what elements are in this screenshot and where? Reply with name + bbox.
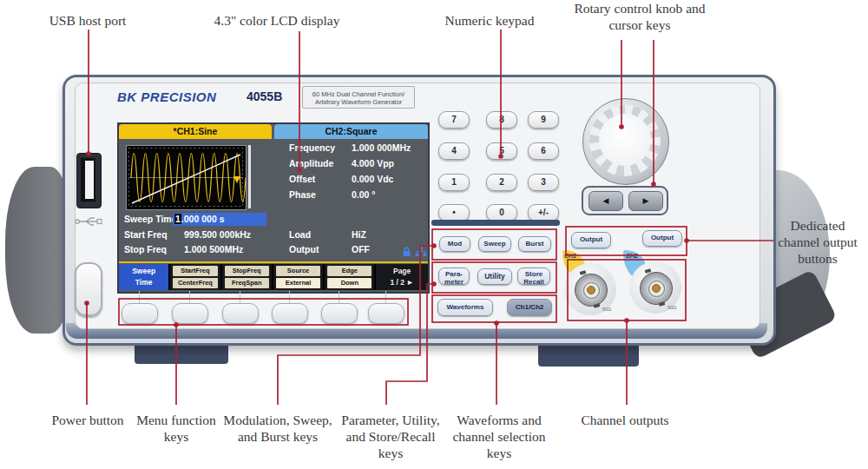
param-label: Amplitude bbox=[289, 158, 333, 168]
callout-dedicated-output: Dedicated channel output buttons bbox=[769, 217, 866, 267]
key-0[interactable]: 0 bbox=[486, 204, 517, 221]
burst-button[interactable]: Burst bbox=[518, 236, 551, 252]
menu-function-key-3[interactable] bbox=[222, 303, 259, 324]
store-recall-line2: Recall bbox=[518, 278, 549, 286]
network-icon bbox=[415, 246, 427, 257]
model-description-line1: 60 MHz Dual Channel Function/ bbox=[303, 90, 414, 98]
cursor-left-button[interactable]: ◀ bbox=[589, 191, 623, 211]
usb-port-tongue bbox=[85, 161, 94, 199]
param-value: 0.000 Vdc bbox=[352, 174, 393, 184]
sweep-time-rest: .000 000 s bbox=[181, 214, 225, 224]
mod-button[interactable]: Mod bbox=[439, 236, 470, 252]
start-freq-value: 999.500 000kHz bbox=[184, 229, 251, 240]
output-value: OFF bbox=[352, 244, 370, 254]
lock-icon bbox=[401, 246, 412, 257]
function-panel-ridge bbox=[431, 220, 560, 226]
callout-menu-keys: Menu function keys bbox=[127, 412, 226, 445]
softkey-bottom: 1 / 2 ► bbox=[376, 277, 427, 288]
softkey-bottom: Time bbox=[119, 277, 168, 288]
brand-logo: BK PRECISION bbox=[117, 89, 216, 104]
model-number: 4055B bbox=[247, 89, 282, 103]
softkey-sweep-time: Sweep Time bbox=[119, 264, 170, 290]
sweep-button[interactable]: Sweep bbox=[478, 236, 511, 252]
softkey-top: StopFreq bbox=[225, 266, 269, 276]
model-description-line2: Arbitrary Waveform Generator bbox=[303, 98, 414, 106]
ch1-ch2-button[interactable]: Ch1/Ch2 bbox=[507, 299, 552, 316]
edit-cursor: 1 bbox=[174, 214, 181, 224]
output-label: Output bbox=[289, 244, 319, 254]
param-label: Offset bbox=[289, 174, 315, 184]
callout-rotary-knob: Rotary control knob and cursor keys bbox=[569, 0, 711, 33]
parameter-button-line2: meter bbox=[439, 278, 469, 286]
rotary-knob-center[interactable] bbox=[599, 114, 651, 166]
model-description: 60 MHz Dual Channel Function/ Arbitrary … bbox=[302, 86, 415, 109]
parameter-button[interactable]: Para- meter bbox=[438, 268, 470, 285]
store-recall-button[interactable]: Store Recall bbox=[517, 268, 550, 285]
softkey-startfreq: StartFreq CenterFreq bbox=[170, 264, 221, 290]
waveforms-button[interactable]: Waveforms bbox=[437, 299, 493, 316]
callout-mod-keys: Modulation, Sweep, and Burst keys bbox=[222, 412, 333, 445]
ch1-bnc-pin bbox=[587, 286, 595, 294]
softkey-top: Edge bbox=[327, 266, 372, 276]
store-recall-line1: Store bbox=[518, 270, 549, 278]
softkey-bottom: CenterFreq bbox=[173, 278, 217, 288]
stop-freq-value: 1.000 500MHz bbox=[184, 244, 243, 254]
key-4[interactable]: 4 bbox=[438, 142, 470, 160]
softkey-page: Page 1 / 2 ► bbox=[376, 264, 427, 290]
callout-waveforms-keys: Waveforms and channel selection keys bbox=[441, 412, 557, 461]
waveform-scroll-bar bbox=[248, 145, 251, 208]
callout-power-button: Power button bbox=[35, 412, 141, 428]
key-decimal[interactable]: • bbox=[438, 204, 470, 221]
key-3[interactable]: 3 bbox=[528, 174, 559, 191]
waveform-graphic bbox=[127, 146, 246, 209]
param-value: 0.00 ° bbox=[352, 189, 376, 200]
ch2-bnc-pin bbox=[652, 284, 661, 293]
ch2-label: CH2 bbox=[626, 253, 638, 259]
softkey-top: StartFreq bbox=[173, 266, 217, 276]
sweep-time-label: Sweep Time bbox=[124, 214, 177, 224]
lcd-display: *CH1:Sine CH2:Square Frequency 1.000 000… bbox=[117, 122, 430, 294]
softkey-bottom: Down bbox=[327, 278, 372, 288]
key-8[interactable]: 8 bbox=[486, 111, 517, 129]
power-button[interactable] bbox=[75, 262, 102, 316]
softkey-stopfreq: StopFreq FreqSpan bbox=[222, 264, 273, 290]
callout-lcd-display: 4.3" color LCD display bbox=[198, 12, 356, 29]
callout-numeric-keypad: Numeric keypad bbox=[424, 12, 556, 29]
key-6[interactable]: 6 bbox=[528, 142, 559, 160]
key-7[interactable]: 7 bbox=[438, 111, 470, 129]
annotated-front-panel-diagram: BK PRECISION 4055B 60 MHz Dual Channel F… bbox=[0, 0, 868, 469]
cursor-right-button[interactable]: ▶ bbox=[628, 191, 663, 211]
param-label: Phase bbox=[289, 189, 316, 200]
key-2[interactable]: 2 bbox=[486, 174, 517, 191]
right-foot bbox=[538, 343, 639, 367]
ch2-output-button[interactable]: Output bbox=[642, 230, 682, 247]
menu-function-key-6[interactable] bbox=[368, 303, 404, 324]
key-9[interactable]: 9 bbox=[528, 111, 559, 129]
left-handle bbox=[5, 167, 69, 334]
tab-ch1-sine: *CH1:Sine bbox=[119, 124, 272, 139]
param-value: 4.000 Vpp bbox=[352, 158, 394, 168]
callout-parameter-keys: Parameter, Utility, and Store/Recall key… bbox=[335, 412, 446, 461]
key-plus-minus[interactable]: +/- bbox=[528, 204, 559, 221]
menu-function-key-5[interactable] bbox=[321, 303, 358, 324]
key-5[interactable]: 5 bbox=[486, 142, 517, 160]
ch1-impedance-label: 50Ω bbox=[602, 307, 611, 312]
softkey-top: Page bbox=[376, 266, 427, 277]
softkey-top: Sweep bbox=[119, 266, 168, 277]
menu-function-key-2[interactable] bbox=[172, 303, 208, 324]
parameter-button-line1: Para- bbox=[439, 270, 469, 278]
utility-button[interactable]: Utility bbox=[477, 268, 512, 285]
softkey-separator bbox=[119, 261, 428, 263]
menu-function-key-1[interactable] bbox=[122, 303, 158, 324]
start-freq-label: Start Freq bbox=[124, 229, 168, 240]
waveform-preview bbox=[126, 145, 247, 210]
callout-usb-host-port: USB host port bbox=[35, 12, 141, 29]
tab-ch2-square: CH2:Square bbox=[274, 124, 428, 139]
menu-function-key-4[interactable] bbox=[272, 303, 308, 324]
key-1[interactable]: 1 bbox=[438, 174, 470, 191]
usb-icon bbox=[74, 215, 103, 228]
ch1-output-button[interactable]: Output bbox=[571, 232, 611, 248]
softkey-bottom: FreqSpan bbox=[225, 278, 269, 288]
stop-freq-label: Stop Freq bbox=[124, 244, 167, 254]
param-value: 1.000 000MHz bbox=[352, 142, 411, 153]
